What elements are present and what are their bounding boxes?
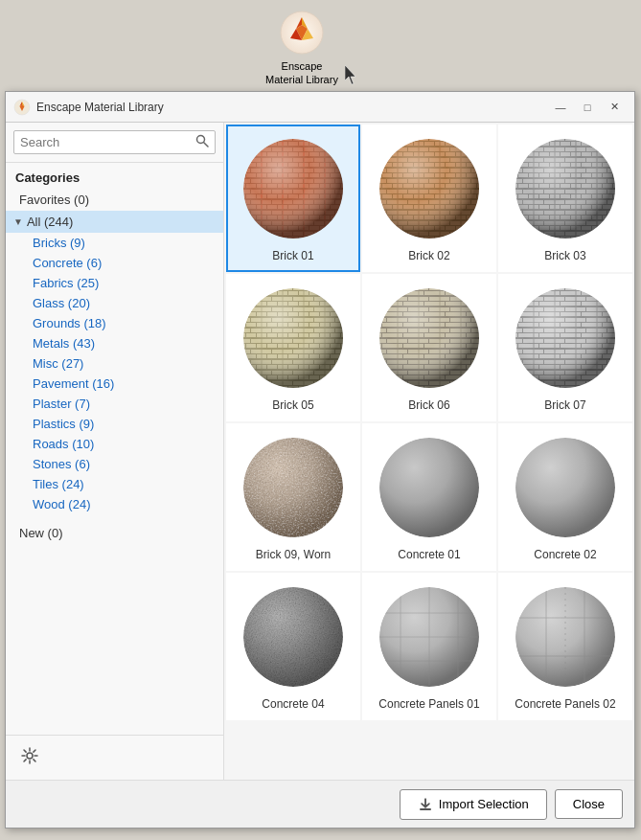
sidebar-item-favorites[interactable]: Favorites (0) [6,189,223,211]
material-card-concrete02[interactable]: Concrete 02 [498,423,632,571]
material-card-concrete04[interactable]: Concrete 04 [226,573,360,720]
sidebar-list: Favorites (0) ▼ All (244) Bricks (9) Con… [6,189,223,735]
svg-rect-101 [420,808,431,810]
import-selection-label: Import Selection [439,797,529,811]
sidebar-item-plastics[interactable]: Plastics (9) [6,414,223,434]
material-card-brick05[interactable]: Brick 05 [226,274,360,421]
fabrics-label: Fabrics (25) [33,276,99,290]
material-sphere-brick09worn [240,435,346,540]
material-card-concrete01[interactable]: Concrete 01 [362,423,496,571]
window-close-button[interactable]: ✕ [602,98,627,117]
sidebar-item-metals[interactable]: Metals (43) [6,333,223,353]
sidebar-item-new[interactable]: New (0) [6,522,223,544]
material-name-brick06: Brick 06 [408,398,449,412]
sidebar-item-plaster[interactable]: Plaster (7) [6,394,223,414]
roads-label: Roads (10) [33,437,94,451]
search-input[interactable] [20,135,195,149]
settings-button[interactable] [13,741,46,774]
material-sphere-concrete02 [513,435,618,540]
material-sphere-brick07 [513,285,618,391]
sidebar-item-grounds[interactable]: Grounds (18) [6,313,223,333]
close-dialog-button[interactable]: Close [555,789,623,819]
all-label: All (244) [27,215,73,229]
concrete-label: Concrete (6) [33,256,102,270]
minimize-button[interactable]: — [548,98,573,117]
material-name-concrete01: Concrete 01 [398,548,460,561]
plastics-label: Plastics (9) [33,417,94,431]
desktop-icon-label: Enscape Material Library [263,59,340,87]
svg-point-95 [515,587,615,687]
material-sphere-brick03 [513,136,618,241]
categories-label: Categories [6,163,223,189]
metals-label: Metals (43) [33,336,95,351]
search-icon-button[interactable] [195,134,209,150]
desktop-app-icon[interactable]: Enscape Material Library [263,10,340,87]
material-card-concretepanels02[interactable]: Concrete Panels 02 [498,573,632,720]
material-sphere-concrete04 [240,584,346,690]
material-card-concretepanels01[interactable]: Concrete Panels 01 [362,573,496,720]
new-label: New (0) [19,526,63,540]
maximize-button[interactable]: □ [575,98,600,117]
search-input-wrap[interactable] [13,130,216,154]
bricks-label: Bricks (9) [33,236,85,250]
title-bar: Enscape Material Library — □ ✕ [6,92,634,123]
import-icon [418,797,433,812]
svg-point-77 [515,288,615,388]
sidebar-item-wood[interactable]: Wood (24) [6,494,223,514]
svg-point-67 [379,288,479,388]
sidebar-item-pavement[interactable]: Pavement (16) [6,374,223,394]
window-controls: — □ ✕ [548,98,627,117]
sidebar-item-bricks[interactable]: Bricks (9) [6,233,223,253]
material-card-brick01[interactable]: Brick 01 [226,125,360,272]
material-card-brick07[interactable]: Brick 07 [498,274,632,421]
material-name-brick02: Brick 02 [408,249,449,262]
sidebar-item-concrete[interactable]: Concrete (6) [6,253,223,273]
sidebar-item-all[interactable]: ▼ All (244) [6,211,223,233]
material-card-brick02[interactable]: Brick 02 [362,125,496,272]
material-card-brick06[interactable]: Brick 06 [362,274,496,421]
misc-label: Misc (27) [33,356,83,371]
sidebar: Categories Favorites (0) ▼ All (244) Bri… [6,123,224,780]
svg-point-46 [515,139,615,238]
material-name-concrete04: Concrete 04 [262,697,324,711]
sidebar-item-glass[interactable]: Glass (20) [6,293,223,313]
svg-point-12 [27,753,33,759]
material-sphere-concrete01 [377,435,482,540]
material-name-concretepanels02: Concrete Panels 02 [515,697,615,711]
sidebar-item-fabrics[interactable]: Fabrics (25) [6,273,223,293]
sidebar-footer [6,735,223,780]
materials-area: Brick 01 [224,123,634,780]
svg-point-83 [515,438,615,537]
material-card-brick03[interactable]: Brick 03 [498,125,632,272]
material-card-brick09worn[interactable]: Brick 09, Worn [226,423,360,571]
svg-point-24 [243,139,343,238]
tiles-label: Tiles (24) [33,477,84,491]
app-window: Enscape Material Library — □ ✕ [5,91,635,829]
material-sphere-concretepanels02 [513,584,618,690]
material-sphere-brick02 [377,136,482,241]
materials-grid: Brick 01 [224,123,634,722]
material-name-brick03: Brick 03 [544,249,585,262]
sidebar-item-misc[interactable]: Misc (27) [6,353,223,374]
material-name-brick09worn: Brick 09, Worn [256,548,331,561]
material-name-brick05: Brick 05 [272,398,313,412]
title-bar-icon [13,99,31,116]
search-icon [195,134,209,148]
material-name-concrete02: Concrete 02 [534,548,596,561]
sidebar-item-tiles[interactable]: Tiles (24) [6,474,223,494]
sidebar-item-roads[interactable]: Roads (10) [6,434,223,454]
search-bar [6,123,223,163]
material-sphere-brick01 [240,136,346,241]
svg-point-85 [243,587,343,687]
glass-label: Glass (20) [33,296,90,310]
app-icon-image [279,10,325,56]
settings-icon [21,747,38,764]
plaster-label: Plaster (7) [33,397,90,411]
bottom-bar: Import Selection Close [6,780,634,828]
sidebar-item-stones[interactable]: Stones (6) [6,454,223,474]
import-selection-button[interactable]: Import Selection [400,789,547,820]
material-sphere-brick05 [240,285,346,391]
material-sphere-brick06 [377,285,482,391]
svg-point-57 [243,288,343,388]
window-title: Enscape Material Library [36,101,548,114]
